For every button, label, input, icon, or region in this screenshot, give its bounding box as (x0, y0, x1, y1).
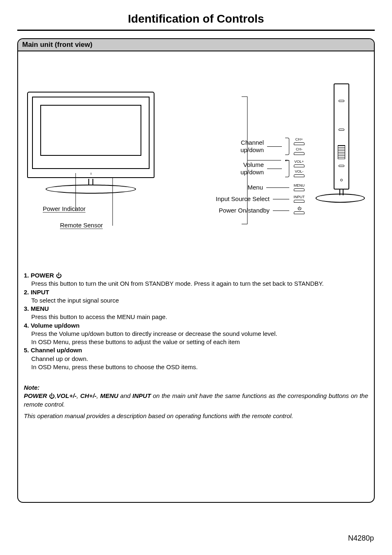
menu-button (294, 188, 304, 191)
ch-plus-button (294, 142, 304, 145)
btn-ch-minus-label: CH- (293, 148, 306, 151)
tv-side-diagram (321, 83, 358, 215)
note-label: Note: (24, 384, 368, 392)
callout-menu: Menu (247, 184, 263, 191)
diagram-area: Power Indicator Remote Sensor Channel up… (18, 51, 374, 240)
label-remote-sensor: Remote Sensor (60, 222, 103, 229)
main-panel: Main unit (front view) Power Indicator R… (17, 38, 375, 503)
item-4: 4. Volume up/down Press the Volume up/do… (24, 321, 368, 347)
note-line-2: This operation manual provides a descrip… (24, 412, 368, 420)
note-line-1: POWER ,VOL+/-, CH+/-, MENU and INPUT on … (24, 392, 368, 409)
callout-input: Input Source Select (216, 195, 270, 203)
item-1: 1. POWER Press this button to turn the u… (24, 271, 368, 288)
callout-volume: Volume up/down (240, 161, 264, 176)
item-5: 5. Channel up/down Channel up or down. I… (24, 346, 368, 371)
btn-ch-plus-label: CH+ (293, 138, 306, 141)
input-button (294, 200, 304, 203)
btn-power-label: ⏻ (293, 207, 306, 210)
btn-menu-label: MENU (293, 184, 306, 187)
power-icon (49, 392, 55, 399)
tv-front-diagram (27, 92, 154, 207)
page-title: Identification of Controls (17, 12, 375, 31)
power-button (294, 211, 304, 214)
item-2: 2. INPUT To select the input signal sour… (24, 288, 368, 305)
arrow-icon: ← (284, 156, 291, 165)
vol-minus-button (294, 174, 304, 177)
callout-channel: Channel up/down (240, 139, 264, 154)
item-3: 3. MENU Press this button to access the … (24, 305, 368, 321)
power-icon (56, 272, 62, 279)
model-number: N4280p (348, 534, 374, 543)
btn-input-label: INPUT (293, 195, 306, 199)
tv-bezel (27, 92, 154, 178)
panel-header: Main unit (front view) (18, 39, 374, 51)
description-block: 1. POWER Press this button to turn the u… (24, 271, 368, 420)
vol-plus-button (294, 164, 304, 167)
btn-vol-plus-label: VOL+ (293, 160, 306, 164)
btn-vol-minus-label: VOL- (293, 170, 306, 173)
callout-power: Power On/standby (219, 207, 270, 214)
ch-minus-button (294, 152, 304, 155)
label-power-indicator: Power Indicator (43, 205, 85, 212)
